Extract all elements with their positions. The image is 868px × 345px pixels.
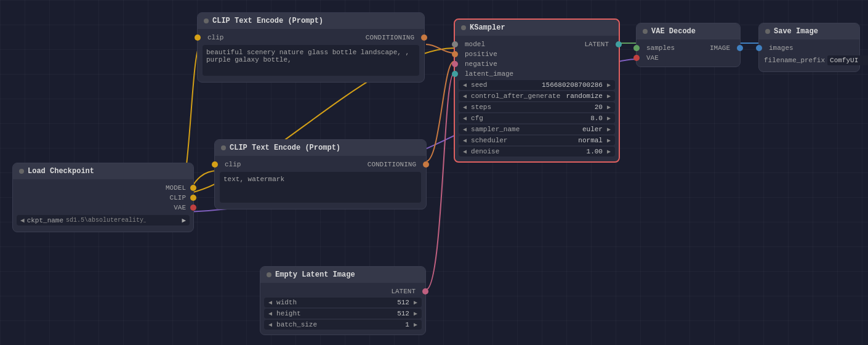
cag-arrow-right[interactable]: ▶	[605, 92, 613, 100]
denoise-arrow-right[interactable]: ▶	[605, 148, 613, 155]
clip-text-1-content[interactable]: beautiful scenery nature glass bottle la…	[203, 45, 419, 76]
batch-size-row[interactable]: ◀ batch_size 1 ▶	[264, 320, 422, 330]
load-checkpoint-node: Load Checkpoint MODEL CLIP VAE ◀ ckpt_na…	[12, 163, 194, 232]
model-input-port[interactable]	[452, 41, 458, 47]
clip-input-row-1: clip CONDITIONING	[198, 33, 424, 43]
vae-output-row: VAE	[13, 203, 193, 213]
clip-input-row-2: clip CONDITIONING	[215, 160, 426, 169]
header-dot-2	[221, 145, 226, 150]
denoise-param-label: denoise	[468, 148, 587, 155]
sn-param-label: sampler_name	[468, 126, 582, 133]
batch-size-param-label: batch_size	[274, 321, 405, 328]
height-param-value: 512	[397, 310, 412, 317]
control-after-row[interactable]: ◀ control_after_generate randomize ▶	[459, 91, 615, 101]
batch-arrow-left[interactable]: ◀	[267, 321, 274, 328]
clip-text-1-header: CLIP Text Encode (Prompt)	[198, 13, 424, 29]
steps-param-label: steps	[468, 104, 595, 111]
height-arrow-left[interactable]: ◀	[267, 310, 274, 317]
scheduler-row[interactable]: ◀ scheduler normal ▶	[459, 136, 615, 145]
denoise-row[interactable]: ◀ denoise 1.00 ▶	[459, 147, 615, 156]
ckpt-arrow-left[interactable]: ◀	[20, 216, 25, 224]
filename-prefix-label: filename_prefix	[764, 57, 825, 64]
latent-image-label: latent_image	[460, 70, 513, 78]
width-arrow-left[interactable]: ◀	[267, 299, 274, 306]
samples-input-port[interactable]	[633, 45, 640, 51]
ckpt-name-row[interactable]: ◀ ckpt_name sd1.5\absolutereality_v181.s…	[17, 215, 190, 225]
negative-input-row: negative	[455, 59, 619, 69]
latent-output-label: LATENT	[584, 41, 614, 48]
height-row[interactable]: ◀ height 512 ▶	[264, 309, 422, 319]
save-image-body: images filename_prefix	[759, 39, 859, 71]
denoise-arrow-left[interactable]: ◀	[461, 148, 468, 155]
steps-param-value: 20	[595, 104, 605, 111]
samples-input-label: samples	[641, 44, 675, 52]
cfg-param-label: cfg	[468, 115, 590, 122]
width-arrow-right[interactable]: ▶	[412, 299, 419, 306]
width-row[interactable]: ◀ width 512 ▶	[264, 298, 422, 307]
sn-arrow-left[interactable]: ◀	[461, 126, 468, 133]
clip-output-port[interactable]	[190, 195, 196, 201]
seed-arrow-left[interactable]: ◀	[461, 81, 468, 89]
clip-label: CLIP	[170, 194, 186, 201]
empty-latent-header: Empty Latent Image	[260, 267, 425, 283]
negative-input-port[interactable]	[452, 61, 458, 67]
clip-input-port-2[interactable]	[212, 161, 218, 168]
clip-text-2-body: clip CONDITIONING text, watermark	[215, 156, 426, 209]
sched-arrow-right[interactable]: ▶	[605, 137, 613, 144]
conditioning-output-label-2: CONDITIONING	[368, 161, 421, 168]
cfg-arrow-left[interactable]: ◀	[461, 115, 468, 122]
vae-input-port[interactable]	[633, 55, 640, 61]
clip-input-port-1[interactable]	[195, 34, 201, 41]
batch-arrow-right[interactable]: ▶	[412, 321, 419, 328]
conditioning-output-port-2[interactable]	[423, 161, 429, 168]
vae-output-port[interactable]	[190, 205, 196, 211]
cag-arrow-left[interactable]: ◀	[461, 92, 468, 100]
latent-out-port[interactable]	[422, 288, 428, 294]
empty-latent-dot	[267, 272, 271, 277]
width-param-value: 512	[397, 299, 412, 306]
images-input-label: images	[764, 44, 794, 52]
vae-decode-dot	[643, 29, 648, 34]
model-label: MODEL	[166, 184, 186, 192]
seed-arrow-right[interactable]: ▶	[605, 81, 613, 89]
cfg-param-value: 8.0	[590, 115, 605, 122]
cfg-arrow-right[interactable]: ▶	[605, 115, 613, 122]
samples-input-row: samples IMAGE	[637, 43, 740, 53]
load-checkpoint-title: Load Checkpoint	[28, 167, 94, 176]
latent-image-input-port[interactable]	[452, 71, 458, 77]
clip-output-row: CLIP	[13, 193, 193, 203]
conditioning-output-port-1[interactable]	[421, 34, 427, 41]
sched-arrow-left[interactable]: ◀	[461, 137, 468, 144]
model-output-port[interactable]	[190, 185, 196, 191]
batch-size-param-value: 1	[405, 321, 412, 328]
ckpt-arrow-right[interactable]: ▶	[182, 216, 186, 224]
save-image-dot	[765, 29, 770, 34]
filename-prefix-input[interactable]	[827, 55, 868, 65]
cfg-row[interactable]: ◀ cfg 8.0 ▶	[459, 113, 615, 123]
images-input-port[interactable]	[756, 45, 762, 51]
latent-output-port[interactable]	[616, 41, 622, 47]
save-image-header: Save Image	[759, 23, 859, 39]
load-checkpoint-header: Load Checkpoint	[13, 163, 193, 179]
clip-input-label-2: clip	[220, 161, 241, 168]
ksampler-node: KSampler model LATENT positive negative …	[454, 18, 620, 163]
positive-input-port[interactable]	[452, 51, 458, 57]
image-output-port[interactable]	[737, 45, 743, 51]
clip-text-2-content[interactable]: text, watermark	[220, 172, 421, 203]
ksampler-header: KSampler	[455, 20, 619, 36]
steps-arrow-right[interactable]: ▶	[605, 104, 613, 111]
seed-row[interactable]: ◀ seed 156680208700286 ▶	[459, 80, 615, 90]
sn-arrow-right[interactable]: ▶	[605, 126, 613, 133]
height-arrow-right[interactable]: ▶	[412, 310, 419, 317]
positive-input-row: positive	[455, 49, 619, 59]
steps-row[interactable]: ◀ steps 20 ▶	[459, 102, 615, 112]
vae-decode-body: samples IMAGE VAE	[637, 39, 740, 67]
sched-param-label: scheduler	[468, 137, 578, 144]
seed-param-value: 156680208700286	[542, 81, 605, 89]
vae-decode-node: VAE Decode samples IMAGE VAE	[636, 23, 741, 67]
clip-input-label-1: clip	[203, 34, 223, 41]
sn-param-value: euler	[582, 126, 605, 133]
steps-arrow-left[interactable]: ◀	[461, 104, 468, 111]
ckpt-name-label: ckpt_name	[27, 217, 63, 224]
sampler-name-row[interactable]: ◀ sampler_name euler ▶	[459, 124, 615, 134]
